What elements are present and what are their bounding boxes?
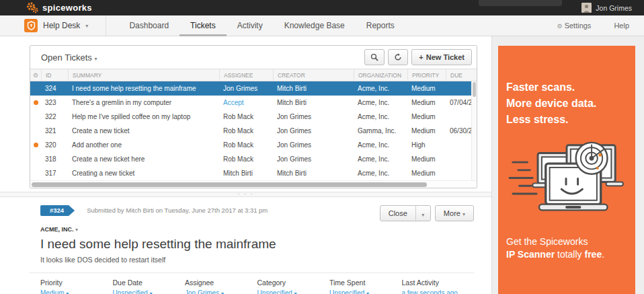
caret-down-icon: ▾ bbox=[85, 23, 88, 29]
caret-down-icon: ▾ bbox=[462, 211, 465, 217]
table-row[interactable]: 318 Create a new ticket here Rob Mack Jo… bbox=[30, 152, 477, 166]
close-dropdown-button[interactable]: ▾ bbox=[415, 206, 430, 221]
ticket-number-badge: #324 bbox=[40, 205, 75, 216]
assignee-dropdown[interactable]: Jon Grimes ▾ bbox=[185, 289, 257, 294]
organization-selector[interactable]: ACME, INC. ▾ bbox=[40, 226, 474, 233]
refresh-icon bbox=[394, 53, 402, 61]
due-date-dropdown[interactable]: Unspecified ▾ bbox=[113, 289, 186, 294]
column-header-summary[interactable]: SUMMARY bbox=[68, 69, 219, 81]
field-priority: Priority Medium ▾ bbox=[40, 279, 113, 294]
priority-dropdown[interactable]: Medium ▾ bbox=[40, 289, 113, 294]
laptops-radar-illustration bbox=[498, 139, 635, 221]
column-settings-gear-icon[interactable]: ⚙ bbox=[33, 72, 38, 79]
time-spent-dropdown[interactable]: Unspecified ▾ bbox=[329, 289, 402, 294]
fields-divider bbox=[30, 272, 474, 273]
table-row[interactable]: 324 I need some help resetting the mainf… bbox=[30, 81, 477, 96]
ticket-list-card: Open Tickets ▾ bbox=[30, 45, 477, 188]
horizontal-scrollbar[interactable] bbox=[30, 180, 477, 188]
gear-icon: ⚙ bbox=[557, 23, 563, 30]
new-ticket-button[interactable]: + New Ticket bbox=[411, 49, 472, 65]
field-assignee: Assignee Jon Grimes ▾ bbox=[185, 279, 257, 294]
tickets-pane: Open Tickets ▾ bbox=[0, 36, 491, 294]
spiceworks-gears-icon bbox=[26, 2, 39, 13]
field-category: Category Unspecified ▾ bbox=[257, 279, 330, 294]
column-header-creator[interactable]: CREATOR bbox=[273, 69, 354, 81]
caret-down-icon: ▾ bbox=[366, 291, 369, 294]
horizontal-scrollbar-thumb[interactable] bbox=[32, 182, 427, 187]
ticket-fields: Priority Medium ▾ Due Date Unspecified ▾… bbox=[40, 279, 474, 294]
refresh-button[interactable] bbox=[388, 49, 408, 65]
pane-splitter-handle[interactable]: · · · bbox=[0, 192, 491, 197]
caret-down-icon: ▾ bbox=[421, 212, 424, 218]
table-row[interactable]: 322 Help me I've spilled coffee on my la… bbox=[30, 110, 477, 124]
nav-item-reports[interactable]: Reports bbox=[356, 15, 405, 36]
ip-scanner-ad[interactable]: Faster scans. More device data. Less str… bbox=[498, 46, 635, 294]
settings-link[interactable]: ⚙Settings bbox=[557, 22, 614, 30]
user-avatar[interactable] bbox=[581, 3, 592, 13]
ticket-rows: 324 I need some help resetting the mainf… bbox=[30, 81, 477, 180]
field-due-date: Due Date Unspecified ▾ bbox=[113, 279, 186, 294]
caret-down-icon: ▾ bbox=[75, 227, 78, 233]
column-header-priority[interactable]: PRIORITY bbox=[407, 69, 446, 81]
view-selector[interactable]: Open Tickets ▾ bbox=[41, 52, 97, 63]
close-split-button[interactable]: Close ▾ bbox=[380, 205, 431, 221]
ticket-detail-pane: #324 Submitted by Mitch Birti on Tuesday… bbox=[0, 198, 491, 294]
ticket-title: I need some help resetting the mainframe bbox=[40, 237, 474, 252]
app-nav: Help Desk ▾ Dashboard Tickets Activity K… bbox=[0, 15, 644, 36]
unread-dot-icon bbox=[34, 100, 38, 105]
vertical-scrollbar-thumb[interactable] bbox=[473, 82, 476, 97]
nav-item-dashboard[interactable]: Dashboard bbox=[118, 15, 179, 36]
help-desk-app-switcher[interactable]: Help Desk ▾ bbox=[24, 15, 106, 36]
vertical-scrollbar[interactable] bbox=[471, 81, 477, 180]
caret-down-icon: ▾ bbox=[66, 291, 69, 294]
column-header-due[interactable]: DUE bbox=[446, 69, 477, 81]
column-header-organization[interactable]: ORGANIZATION bbox=[354, 69, 407, 81]
caret-down-icon: ▾ bbox=[95, 56, 97, 62]
table-header: ⚙ ID SUMMARY ASSIGNEE CREATOR ORGANIZATI… bbox=[30, 69, 477, 81]
sidebar: Faster scans. More device data. Less str… bbox=[491, 36, 644, 294]
help-link[interactable]: Help bbox=[614, 22, 644, 30]
table-row[interactable]: 317 Creating a new ticket Mitch Birti Mi… bbox=[30, 166, 477, 180]
search-icon bbox=[370, 53, 378, 61]
nav-item-knowledge-base[interactable]: Knowledge Base bbox=[274, 15, 356, 36]
topbar: spiceworks Jon Grimes bbox=[0, 0, 644, 15]
ad-headline: Faster scans. More device data. Less str… bbox=[506, 79, 635, 128]
plus-icon: + bbox=[419, 53, 423, 61]
caret-down-icon: ▾ bbox=[294, 291, 297, 294]
field-time-spent: Time Spent Unspecified ▾ bbox=[329, 279, 402, 294]
category-dropdown[interactable]: Unspecified ▾ bbox=[257, 289, 330, 294]
unread-dot-icon bbox=[34, 143, 38, 147]
spiceworks-logo[interactable]: spiceworks bbox=[26, 2, 92, 13]
app-label: Help Desk bbox=[43, 21, 80, 30]
table-row[interactable]: 321 Create a new ticket Rob Mack Jon Gri… bbox=[30, 124, 477, 138]
topbar-search-input[interactable] bbox=[479, 0, 562, 6]
brand-text: spiceworks bbox=[42, 3, 92, 13]
column-header-assignee[interactable]: ASSIGNEE bbox=[219, 69, 273, 81]
table-row[interactable]: 320 Add another one Rob Mack Jon Grimes … bbox=[30, 138, 477, 152]
nav-item-activity[interactable]: Activity bbox=[227, 15, 274, 36]
caret-down-icon: ▾ bbox=[150, 291, 153, 294]
caret-down-icon: ▾ bbox=[221, 291, 224, 294]
nav-item-tickets[interactable]: Tickets bbox=[179, 15, 227, 36]
last-activity-link[interactable]: a few seconds ago bbox=[402, 289, 475, 294]
field-last-activity: Last Activity a few seconds ago bbox=[402, 279, 475, 294]
more-button[interactable]: More ▾ bbox=[435, 205, 474, 221]
table-row[interactable]: 323 There's a gremlin in my computer Acc… bbox=[30, 96, 477, 110]
search-button[interactable] bbox=[364, 49, 385, 65]
ticket-description: It looks like DOS decided to restart its… bbox=[40, 256, 474, 264]
column-header-id[interactable]: ID bbox=[41, 69, 68, 81]
user-menu[interactable]: Jon Grimes bbox=[596, 4, 632, 12]
close-button[interactable]: Close bbox=[380, 206, 415, 221]
submitted-text: Submitted by Mitch Birti on Tuesday, Jun… bbox=[87, 205, 268, 216]
help-desk-icon bbox=[24, 19, 38, 32]
ad-cta-text: Get the Spiceworks IP Scanner totally fr… bbox=[506, 235, 635, 261]
accept-link[interactable]: Accept bbox=[219, 99, 273, 106]
